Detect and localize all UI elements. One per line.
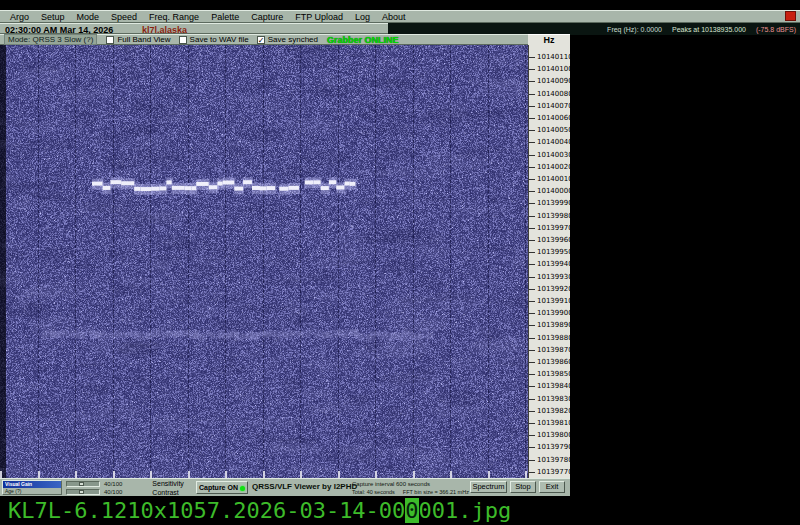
grabber-filename: KL7L-6.1210x1057.2026-03-14-000001.jpg — [8, 497, 511, 524]
capture-progress-text: Total: 40 seconds FFT bin size = 366.21 … — [352, 489, 469, 495]
exit-button[interactable]: Exit — [539, 481, 565, 493]
waterfall-display[interactable] — [0, 45, 528, 478]
freq-tick — [529, 411, 535, 412]
freq-label: 10139880 — [537, 334, 570, 342]
spectrum-button[interactable]: Spectrum — [470, 481, 507, 493]
freq-label: 10139970 — [537, 224, 570, 232]
freq-tick — [529, 57, 535, 58]
menu-item-mode[interactable]: Mode — [71, 12, 106, 22]
frequency-scale: 1014011010140100101400901014008010140070… — [528, 45, 570, 478]
filename-bar: KL7L-6.1210x1057.2026-03-14-000001.jpg — [0, 496, 800, 525]
freq-label: 10140080 — [537, 90, 570, 98]
freq-label: 10139840 — [537, 382, 570, 390]
menu-item-palette[interactable]: Palette — [205, 12, 245, 22]
freq-label: 10139930 — [537, 273, 570, 281]
menu-item-speed[interactable]: Speed — [105, 12, 143, 22]
freq-label: 10140110 — [537, 53, 570, 61]
freq-label: 10139920 — [537, 285, 570, 293]
menu-item-log[interactable]: Log — [349, 12, 376, 22]
checkbox-save-synched[interactable]: ✓Save synched — [257, 35, 318, 44]
freq-label: 10139770 — [537, 468, 570, 476]
mode-indicator: Mode: QRSS 3 Slow (?) — [4, 34, 97, 45]
menu-item-setup[interactable]: Setup — [35, 12, 71, 22]
freq-tick — [529, 277, 535, 278]
freq-label: 10139780 — [537, 456, 570, 464]
contrast-slider-row: 40/100 Contrast — [66, 489, 179, 496]
fft-bin-size-text: FFT bin size = 366.21 mHz — [403, 489, 469, 495]
checkbox-group: Full Band ViewSave to WAV file✓Save sync… — [106, 35, 318, 44]
freq-label: 10140030 — [537, 151, 570, 159]
freq-label: 10139820 — [537, 407, 570, 415]
freq-label: 10140070 — [537, 102, 570, 110]
peak-level-readout: (-75.8 dBFS) — [756, 26, 796, 33]
freq-tick — [529, 252, 535, 253]
freq-label: 10139940 — [537, 260, 570, 268]
freq-tick — [529, 106, 535, 107]
freq-label: 10139960 — [537, 236, 570, 244]
freq-tick — [529, 130, 535, 131]
freq-tick — [529, 374, 535, 375]
checkbox-save-to-wav-file[interactable]: Save to WAV file — [179, 35, 249, 44]
control-bar: Visual Gain Age (?) 40/100 Sensitivity 4… — [0, 478, 570, 496]
freq-tick — [529, 301, 535, 302]
freq-label: 10140100 — [537, 65, 570, 73]
freq-tick — [529, 81, 535, 82]
visual-gain-panel[interactable]: Visual Gain Age (?) — [2, 480, 62, 495]
menu-item-about[interactable]: About — [376, 12, 412, 22]
slider-thumb[interactable] — [79, 482, 84, 486]
peak-frequency-readout: Peaks at 10138935.000 — [672, 26, 746, 33]
slider-thumb[interactable] — [79, 490, 84, 494]
freq-tick — [529, 460, 535, 461]
freq-tick — [529, 240, 535, 241]
sensitivity-slider[interactable] — [66, 481, 100, 487]
checkbox-box[interactable]: ✓ — [257, 36, 265, 44]
freq-tick — [529, 142, 535, 143]
total-seconds-text: Total: 40 seconds — [352, 489, 395, 495]
freq-label: 10139990 — [537, 199, 570, 207]
menu-bar: ArgoSetupModeSpeedFreq. RangePaletteCapt… — [0, 10, 800, 23]
freq-label: 10139830 — [537, 395, 570, 403]
freq-label: 10140060 — [537, 114, 570, 122]
contrast-label: Contrast — [152, 489, 178, 496]
capture-on-button[interactable]: Capture ON — [196, 481, 248, 494]
checkbox-label: Save synched — [268, 35, 318, 44]
freq-tick — [529, 191, 535, 192]
menu-item-ftp-upload[interactable]: FTP Upload — [289, 12, 349, 22]
filename-cursor-block: 0 — [405, 498, 418, 523]
sensitivity-value: 40/100 — [104, 481, 122, 487]
freq-tick — [529, 216, 535, 217]
freq-tick — [529, 264, 535, 265]
mode-bar: Mode: QRSS 3 Slow (?) Full Band ViewSave… — [0, 34, 528, 45]
visual-gain-age-label: Age (?) — [3, 488, 61, 495]
close-button[interactable] — [785, 11, 796, 21]
status-bar: 02:30:00 AM Mar 14, 2026 kl7l.alaska Fre… — [0, 23, 800, 34]
freq-tick — [529, 203, 535, 204]
visual-gain-titlebar[interactable]: Visual Gain — [3, 481, 61, 488]
freq-label: 10140000 — [537, 187, 570, 195]
contrast-slider[interactable] — [66, 489, 100, 495]
capture-interval-text: Capture interval 600 seconds — [352, 481, 430, 487]
sensitivity-slider-row: 40/100 Sensitivity — [66, 480, 184, 487]
filename-post: 001.jpg — [419, 498, 512, 523]
argo-app-window: ArgoSetupModeSpeedFreq. RangePaletteCapt… — [0, 0, 800, 525]
checkbox-full-band-view[interactable]: Full Band View — [106, 35, 170, 44]
checkbox-label: Full Band View — [117, 35, 170, 44]
freq-label: 10139950 — [537, 248, 570, 256]
freq-tick — [529, 447, 535, 448]
checkbox-box[interactable] — [106, 36, 114, 44]
menu-item-argo[interactable]: Argo — [4, 12, 35, 22]
freq-tick — [529, 435, 535, 436]
freq-label: 10139800 — [537, 431, 570, 439]
menu-item-capture[interactable]: Capture — [245, 12, 289, 22]
checkbox-box[interactable] — [179, 36, 187, 44]
freq-tick — [529, 179, 535, 180]
stop-button[interactable]: Stop — [510, 481, 536, 493]
filename-pre: KL7L-6.1210x1057.2026-03-14-00 — [8, 498, 405, 523]
menu-item-freq-range[interactable]: Freq. Range — [143, 12, 205, 22]
freq-tick — [529, 472, 535, 473]
freq-label: 10139890 — [537, 321, 570, 329]
freq-label: 10139870 — [537, 346, 570, 354]
contrast-value: 40/100 — [104, 489, 122, 495]
freq-label: 10140050 — [537, 126, 570, 134]
freq-tick — [529, 167, 535, 168]
